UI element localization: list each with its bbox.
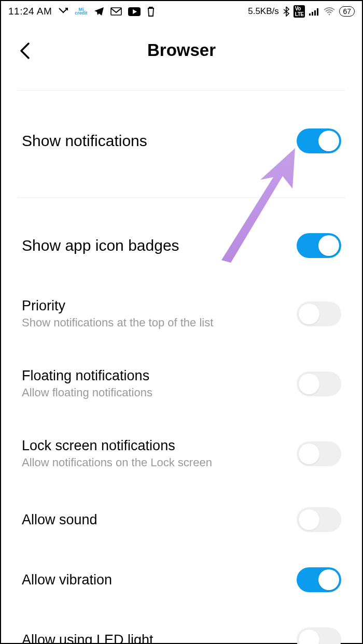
svg-rect-2	[309, 13, 311, 16]
row-label: Lock screen notifications	[22, 438, 212, 454]
wifi-icon	[324, 7, 335, 16]
row-show-badges[interactable]: Show app icon badges	[1, 226, 362, 265]
svg-rect-0	[111, 8, 121, 15]
signal-icon	[309, 7, 319, 16]
status-time: 11:24 AM	[8, 6, 52, 17]
bluetooth-icon	[283, 6, 289, 17]
volte-icon: VoLTE	[294, 5, 305, 18]
row-label: Allow sound	[22, 512, 97, 528]
row-sublabel: Allow notifications on the Lock screen	[22, 456, 212, 469]
trash-icon	[147, 6, 155, 17]
gmail-icon	[110, 7, 122, 16]
row-allow-vibration[interactable]: Allow vibration	[1, 561, 362, 599]
row-label: Floating notifications	[22, 368, 152, 384]
battery-indicator: 67	[339, 6, 355, 17]
svg-rect-4	[314, 10, 316, 16]
row-label: Priority	[22, 298, 213, 314]
row-show-notifications[interactable]: Show notifications	[1, 122, 362, 160]
page-header: Browser	[1, 22, 362, 79]
toggle-lock-screen[interactable]	[297, 441, 341, 466]
svg-rect-3	[312, 12, 313, 16]
row-label: Allow vibration	[22, 572, 112, 588]
toggle-allow-led[interactable]	[297, 627, 341, 644]
row-floating[interactable]: Floating notifications Allow floating no…	[1, 356, 362, 411]
chevron-left-icon	[19, 41, 31, 60]
row-lock-screen[interactable]: Lock screen notifications Allow notifica…	[1, 426, 362, 481]
svg-rect-5	[317, 8, 318, 16]
back-button[interactable]	[19, 41, 31, 62]
toggle-show-notifications[interactable]	[297, 128, 341, 153]
toggle-allow-sound[interactable]	[297, 507, 341, 532]
row-priority[interactable]: Priority Show notifications at the top o…	[1, 287, 362, 341]
data-rate: 5.5KB/s	[248, 6, 279, 17]
row-sublabel: Show notifications at the top of the lis…	[22, 316, 213, 330]
row-label: Allow using LED light	[22, 632, 153, 645]
page-title: Browser	[147, 40, 216, 60]
toggle-floating[interactable]	[297, 371, 341, 396]
toggle-show-badges[interactable]	[297, 233, 341, 258]
row-allow-led[interactable]: Allow using LED light	[1, 621, 362, 644]
status-bar: 11:24 AM Micredit 5.5KB/s VoLTE	[1, 1, 362, 22]
mi-credit-icon: Micredit	[75, 8, 88, 15]
row-sublabel: Allow floating notifications	[22, 386, 152, 399]
telegram-icon	[94, 7, 104, 16]
missed-call-icon	[58, 7, 68, 16]
toggle-allow-vibration[interactable]	[297, 567, 341, 592]
svg-point-6	[329, 14, 330, 16]
youtube-icon	[128, 7, 141, 16]
row-allow-sound[interactable]: Allow sound	[1, 500, 362, 539]
toggle-priority[interactable]	[297, 302, 341, 326]
row-label: Show app icon badges	[22, 237, 179, 254]
row-label: Show notifications	[22, 132, 147, 150]
